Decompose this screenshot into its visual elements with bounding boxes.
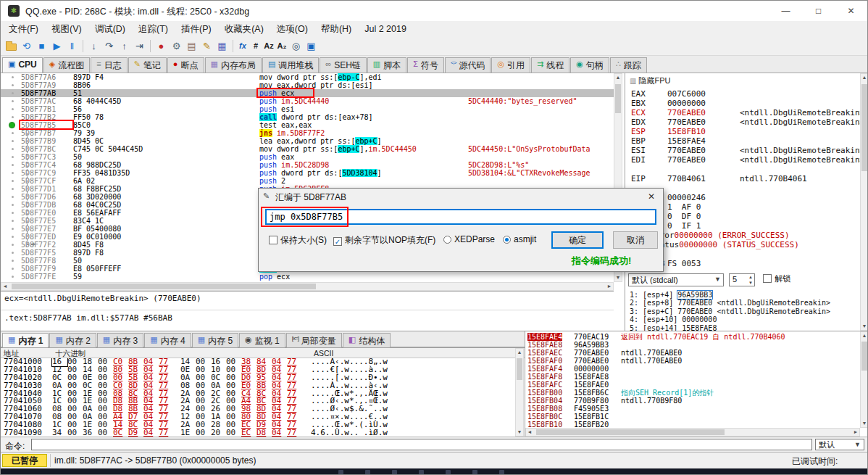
register-row[interactable]: EAX007C6000 <box>631 89 863 99</box>
scroll-down-icon[interactable]: ▼ <box>516 429 523 436</box>
command-input[interactable] <box>31 439 812 450</box>
register-row[interactable]: ZF1 AF 0 <box>631 202 863 212</box>
register-row[interactable] <box>631 249 863 259</box>
row-gutter[interactable] <box>1 193 20 201</box>
menu-item[interactable]: Jul 2 2019 <box>358 22 413 36</box>
scroll-down-icon[interactable]: ▼ <box>614 274 622 281</box>
row-gutter[interactable] <box>1 209 20 217</box>
stack-row[interactable]: 15E8FB08F45905E3 <box>525 405 861 413</box>
register-row[interactable]: ESP15E8FB10 <box>631 127 863 136</box>
tab-log[interactable]: ≡日志 <box>91 57 127 73</box>
taskbar-app-icon[interactable] <box>446 470 451 475</box>
tab-struct[interactable]: ◧结构体 <box>343 333 391 348</box>
dump-vscrollbar[interactable]: ▲ ▼ <box>515 348 524 437</box>
scroll-up-icon[interactable]: ▲ <box>614 74 622 81</box>
row-gutter[interactable] <box>1 137 20 145</box>
scroll-up-icon[interactable]: ▲ <box>861 74 868 81</box>
menu-item[interactable]: 插件(P) <box>175 21 218 38</box>
disasm-row[interactable]: 5D8F77C468 988DC25Dpush im.5DC28D985DC28… <box>1 161 614 169</box>
asmjit-radio[interactable]: asmjit <box>503 234 536 244</box>
register-row[interactable] <box>631 165 863 174</box>
taskbar-app-icon[interactable] <box>365 470 370 475</box>
row-gutter[interactable] <box>1 233 20 241</box>
row-gutter[interactable] <box>1 169 20 177</box>
register-row[interactable]: EBP15E8FAE4 <box>631 136 863 146</box>
cancel-button[interactable]: 取消 <box>613 231 658 249</box>
scroll-right-icon[interactable]: ► <box>852 429 859 436</box>
register-row[interactable]: EIP770B4061ntdll.770B4061 <box>631 174 863 183</box>
scroll-thumb[interactable] <box>517 358 522 380</box>
hash-icon[interactable]: # <box>249 38 262 54</box>
taskbar-app-icon[interactable] <box>472 470 477 475</box>
row-gutter[interactable] <box>1 177 20 185</box>
row-gutter[interactable] <box>1 185 20 193</box>
scroll-thumb[interactable] <box>12 284 316 289</box>
stack-hscrollbar[interactable]: ◄ ► <box>525 428 860 437</box>
argument-row[interactable]: 2: [esp+8] 770EABE0 <ntdll.DbgUiRemoteBr… <box>630 299 866 307</box>
register-row[interactable]: EDX770EABE0<ntdll.DbgUiRemoteBreakin> <box>631 117 863 127</box>
minimize-button[interactable]: — <box>769 1 802 21</box>
scroll-up-icon[interactable]: ▲ <box>861 332 868 339</box>
register-row[interactable]: OF0 DF 0 <box>631 212 863 221</box>
stack-row[interactable]: 15E8FAF400000000 <box>525 365 861 373</box>
step-over-icon[interactable]: ↷ <box>101 38 117 54</box>
menu-item[interactable]: 收藏夹(A) <box>218 21 270 38</box>
scroll-right-icon[interactable]: ► <box>606 283 613 290</box>
stack-row[interactable]: 15E8FAF0770EABE0ntdll.770EABE0 <box>525 357 861 365</box>
menu-item[interactable]: 视图(V) <box>45 21 88 38</box>
row-gutter[interactable] <box>1 89 20 97</box>
tab-cpu[interactable]: ▣CPU <box>2 57 43 73</box>
open-file-icon[interactable] <box>4 38 19 54</box>
run-to-cursor-icon[interactable]: ⇥ <box>132 38 147 54</box>
row-gutter[interactable] <box>1 249 20 257</box>
cpu-window-icon[interactable]: ▣ <box>304 38 319 54</box>
row-gutter[interactable] <box>1 73 20 81</box>
tab-memory-1[interactable]: ▦内存 1 <box>2 333 49 348</box>
disasm-hscrollbar[interactable]: ◄ ► <box>1 282 614 291</box>
search-icon[interactable]: ◎ <box>288 38 304 54</box>
row-gutter[interactable] <box>1 105 20 113</box>
menu-item[interactable]: 追踪(T) <box>132 21 175 38</box>
register-row[interactable]: EBX00000000 <box>631 99 863 108</box>
row-gutter[interactable] <box>1 217 20 225</box>
breakpoint-gutter[interactable] <box>1 121 20 129</box>
disasm-row[interactable]: 5D8F77BCC745 0C 5044C45Dmov dword ptr ss… <box>1 145 614 153</box>
row-gutter[interactable] <box>1 161 20 169</box>
register-row[interactable]: EFLAGS00000246 <box>631 193 863 202</box>
close-button[interactable]: ✕ <box>835 1 867 21</box>
fx-icon[interactable]: fx <box>236 38 249 54</box>
row-gutter[interactable] <box>1 241 20 249</box>
stack-row[interactable]: 15E8FB04770B9F80ntdll.770B9F80 <box>525 397 861 405</box>
pause-icon[interactable]: ‖ <box>64 38 80 54</box>
register-row[interactable]: LastStatus00000000 (STATUS_SUCCESS) <box>631 240 863 249</box>
maximize-button[interactable]: □ <box>802 1 835 21</box>
tab-symbols[interactable]: Σ符号 <box>407 57 444 73</box>
stack-row[interactable]: 15E8FAE4770EAC19返回到 ntdll.770EAC19 自 ntd… <box>525 333 861 341</box>
settings-icon[interactable]: ⚙ <box>169 38 184 54</box>
argument-row[interactable]: 1: [esp+4] 96A59BB3 <box>630 291 866 299</box>
tab-breakpoints[interactable]: ●断点 <box>167 57 204 73</box>
tab-script[interactable]: ▥脚本 <box>367 57 406 73</box>
az-icon[interactable]: Az <box>262 38 275 54</box>
disasm-row[interactable]: 5D8F77C9FF35 0481D35Dpush dword ptr ds:[… <box>1 169 614 177</box>
taskbar-app-icon[interactable] <box>419 470 424 475</box>
register-row[interactable]: EDI770EABE0<ntdll.DbgUiRemoteBreakin> <box>631 155 863 165</box>
breakpoint-icon[interactable]: ● <box>154 38 169 54</box>
row-gutter[interactable] <box>1 265 20 273</box>
assemble-icon[interactable]: A₂ <box>275 38 288 54</box>
register-row[interactable]: CF0 IF 1 <box>631 221 863 231</box>
ok-button[interactable]: 确定 <box>551 231 604 249</box>
unlock-checkbox[interactable] <box>763 274 772 283</box>
disasm-row[interactable]: 5D8F77AC68 4044C45Dpush im.5DC444405DC44… <box>1 97 614 105</box>
restart-icon[interactable]: ⟲ <box>19 38 34 54</box>
tab-watch-1[interactable]: ◉监视 1 <box>239 333 285 348</box>
nop-fill-checkbox[interactable]: ✓剩余字节以NOP填充(F) <box>333 234 435 247</box>
disasm-row[interactable]: 5D8F77FE59pop ecx <box>1 273 614 281</box>
stop-icon[interactable]: ■ <box>34 38 49 54</box>
patch-icon[interactable]: ▦ <box>214 38 230 54</box>
scroll-up-icon[interactable]: ▲ <box>516 349 523 356</box>
row-gutter[interactable] <box>1 273 20 281</box>
stack-row[interactable]: 15E8FB0C15E8FB1C <box>525 413 861 421</box>
taskbar-app-icon[interactable] <box>392 470 397 475</box>
menu-item[interactable]: 调试(D) <box>88 21 132 38</box>
